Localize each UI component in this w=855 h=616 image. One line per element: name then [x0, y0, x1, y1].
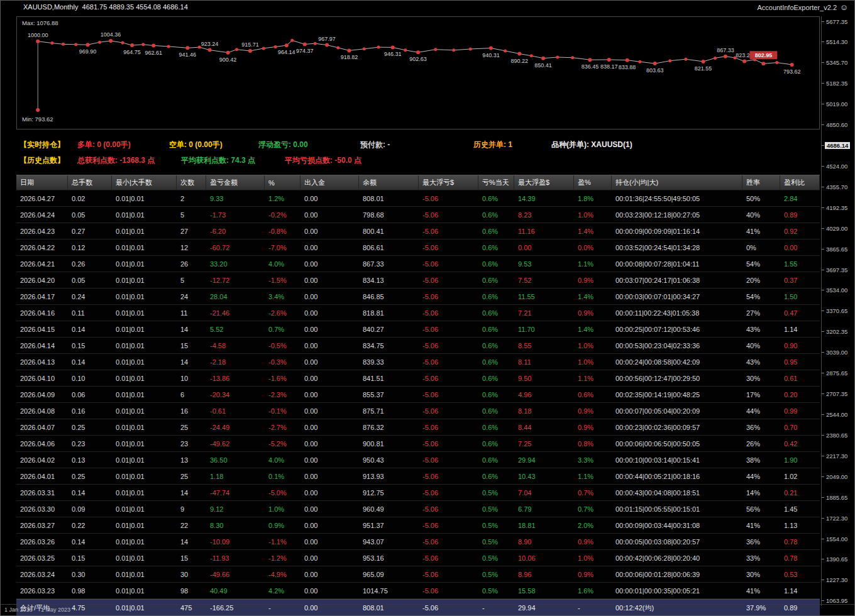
price-label: 4850.60: [822, 121, 855, 129]
cell: 11.70: [514, 321, 574, 337]
price-label: 4029.00: [822, 224, 855, 232]
cell: 11: [177, 305, 206, 321]
cell: 18.81: [514, 517, 574, 533]
point-label: 941.46: [179, 52, 197, 58]
cell: 950.43: [359, 452, 419, 468]
cell: -5.06: [419, 289, 478, 304]
cell: -5.06: [419, 468, 478, 484]
cell: -13.86: [206, 370, 265, 386]
price-text: 2049.00: [826, 473, 847, 480]
cell: 0.00: [301, 452, 359, 468]
cell: 0.37: [780, 272, 820, 288]
cell: 841.51: [359, 370, 419, 386]
cell: 2.84: [780, 190, 820, 206]
price-label: 5019.00: [822, 101, 855, 108]
trade-dot: [714, 57, 717, 60]
min-balance-dot: [36, 108, 40, 112]
cell: 0.27: [68, 223, 112, 239]
point-label: 900.42: [219, 57, 237, 63]
cell: 0.00: [301, 419, 359, 435]
cell: 8.11: [514, 354, 574, 370]
cell: 30%: [742, 370, 780, 386]
cell: 0.09: [68, 501, 112, 517]
cell: 0.00: [301, 583, 359, 598]
column-header: 出入金: [301, 175, 359, 190]
cell: 10.43: [514, 468, 574, 484]
price-text: 2707.35: [826, 390, 847, 397]
cell: 8.96: [514, 566, 574, 582]
price-text: 5182.35: [826, 80, 847, 87]
cell: 15.58: [514, 583, 574, 598]
cell: 7.52: [514, 272, 574, 288]
cell: 10: [177, 370, 206, 386]
cell: -5.06: [419, 403, 478, 419]
price-text: 3370.65: [826, 307, 847, 314]
cell: 0.14: [68, 354, 112, 370]
cell: 875.71: [359, 403, 419, 419]
cell: 11.55: [514, 289, 574, 304]
tick-mark: [822, 249, 824, 250]
cell: 33.20: [206, 256, 265, 272]
cell: 2026.04.10: [16, 370, 68, 386]
cell: 2026.03.26: [16, 534, 68, 549]
cell: 14%: [742, 485, 780, 500]
cell: 1.13: [780, 517, 820, 533]
price-text: 3865.65: [826, 246, 847, 253]
cell: 867.33: [359, 256, 419, 272]
balance-chart-svg: 1000.00969.901004.36964.75962.61941.4692…: [17, 17, 819, 129]
price-text: 5345.70: [826, 59, 847, 66]
price-text: 3202.35: [826, 328, 847, 335]
cell: 0.00: [301, 305, 359, 321]
balance-chart-panel[interactable]: 1000.00969.901004.36964.75962.61941.4692…: [16, 16, 820, 129]
cell: 0.6%: [478, 370, 514, 386]
cell: 0.5%: [478, 534, 514, 549]
cell: 13: [177, 452, 206, 468]
cell: 2026.03.23: [16, 583, 68, 598]
cell: 0.5%: [478, 517, 514, 533]
trade-dot: [416, 50, 420, 54]
cell: 25: [177, 419, 206, 435]
cell: 0.00: [301, 321, 359, 337]
cell: 2026.04.20: [16, 272, 68, 288]
cell: -0.2%: [265, 207, 301, 223]
trade-dot: [314, 42, 317, 45]
cell: 0.6%: [478, 387, 514, 402]
long-positions-value: 多单: 0 (0.00手): [77, 140, 131, 150]
price-label: 2875.65: [822, 370, 855, 377]
cell: 1.1%: [574, 256, 612, 272]
trade-dot: [248, 49, 252, 53]
point-label: 850.41: [534, 62, 552, 69]
price-label: 1227.30: [822, 576, 855, 584]
cell: 40.49: [206, 583, 265, 598]
cell: 806.61: [359, 239, 419, 255]
cell: -4.58: [206, 338, 265, 353]
trade-dot: [404, 48, 407, 52]
cell: 00:00:10|00:03:14|00:15:41: [612, 452, 742, 468]
cell: 1.50: [780, 289, 820, 304]
table-row: 2026.03.240.300.01|0.0130-49.66-4.9%0.00…: [16, 566, 820, 583]
cell: -5.06: [419, 239, 478, 255]
tick-mark: [822, 476, 824, 477]
tick-mark: [822, 559, 824, 559]
cell: 0.6%: [478, 403, 514, 419]
history-points-label: 【历史点数】: [19, 155, 65, 166]
table-row: 2026.04.220.120.01|0.0112-60.72-7.0%0.00…: [16, 239, 820, 256]
cell: 00:00:53|00:23:04|02:33:36: [612, 338, 742, 353]
cell: 0.01|0.01: [112, 207, 177, 223]
cell: 2026.04.08: [16, 403, 68, 419]
cell: 2026.04.21: [16, 256, 68, 272]
cell: 0.99: [780, 403, 820, 419]
point-label: 838.17: [600, 63, 618, 70]
cell: 0.6%: [478, 190, 514, 206]
cell: 0.7%: [574, 501, 612, 517]
table-row: 2026.04.070.250.01|0.0125-24.49-2.7%0.00…: [16, 419, 820, 436]
cell: 12: [177, 239, 206, 255]
cell: 8.23: [514, 207, 574, 223]
cell: 0.9%: [574, 272, 612, 288]
cell: 0.9%: [574, 534, 612, 549]
ea-smiley-icon[interactable]: ☺: [840, 3, 848, 12]
cell: -2.7%: [265, 419, 301, 435]
column-header: 日期: [16, 175, 68, 190]
table-row: 2026.04.240.050.01|0.015-1.73-0.2%0.0079…: [16, 207, 820, 223]
price-text: 4524.00: [826, 163, 847, 170]
